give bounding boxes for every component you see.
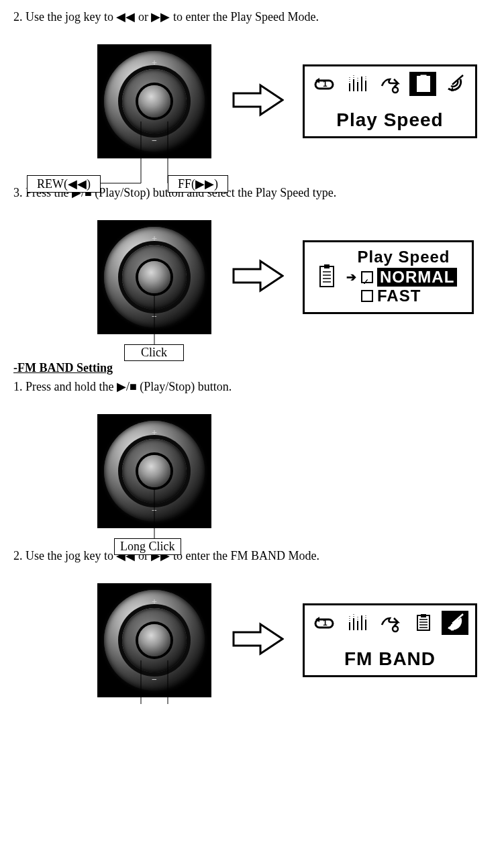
svg-rect-25 — [324, 264, 330, 268]
antenna-dish-icon — [442, 72, 468, 96]
svg-rect-16 — [421, 75, 426, 79]
figure-playspeed-click: +− ◀◀▶▶ Click Play Speed ➔ NORMAL — [97, 220, 491, 334]
option-normal-label: NORMAL — [377, 268, 457, 287]
equalizer-icon — [344, 611, 371, 635]
arrow-icon — [230, 80, 284, 123]
repeat-1-icon: 1 — [311, 72, 338, 96]
lcd-detail-title: Play Speed — [342, 248, 465, 266]
arrow-icon — [230, 256, 284, 299]
svg-text:1: 1 — [323, 79, 327, 89]
checkbox-empty-icon — [361, 290, 373, 302]
lcd-fmband-menu: 1 FM BAND — [303, 603, 477, 677]
svg-rect-24 — [320, 266, 334, 287]
svg-rect-47 — [421, 614, 426, 617]
step-2-playspeed: 2. Use the jog key to ◀◀ or ▶▶ to enter … — [13, 9, 491, 24]
option-fast: ➔ FAST — [346, 287, 465, 305]
clipboard-icon — [315, 262, 339, 293]
click-label: Click — [124, 344, 184, 361]
step-1-fmband: 1. Press and hold the ▶/■ (Play/Stop) bu… — [13, 379, 491, 394]
option-fast-label: FAST — [377, 287, 421, 305]
speed-icon — [376, 72, 403, 96]
clipboard-icon — [409, 611, 436, 635]
lcd-playspeed-menu: 1 Play Speed — [303, 64, 477, 138]
clipboard-icon — [409, 72, 436, 96]
arrow-icon — [230, 619, 284, 662]
jog-dial: +− ◀◀▶▶ — [97, 414, 211, 528]
figure-fmband-longclick: +− ◀◀▶▶ Long Click — [97, 414, 491, 528]
checkbox-checked-icon — [361, 271, 373, 283]
jog-dial: +− ◀◀▶▶ — [97, 44, 211, 158]
figure-fmband-jog: +− ◀◀▶▶ REW(◀◀) FF(▶▶) 1 — [34, 583, 491, 697]
fm-band-heading: -FM BAND Setting — [13, 361, 491, 375]
lcd-menu-title: FM BAND — [311, 648, 468, 670]
lcd-menu-title: Play Speed — [311, 109, 468, 131]
repeat-1-icon: 1 — [311, 611, 338, 635]
antenna-dish-icon — [442, 611, 468, 635]
svg-text:1: 1 — [323, 618, 327, 628]
equalizer-icon — [344, 72, 371, 96]
step-2-fmband: 2. Use the jog key to ◀◀ or ▶▶ to enter … — [13, 548, 491, 563]
figure-playspeed-jog: +− ◀◀▶▶ REW(◀◀) FF(▶▶) 1 — [34, 44, 491, 158]
lcd-playspeed-detail: Play Speed ➔ NORMAL ➔ FAST — [303, 240, 474, 314]
option-normal: ➔ NORMAL — [346, 268, 465, 287]
step-3-playspeed: 3. Press the ▶/■ (Play/Stop) button and … — [13, 185, 491, 200]
selected-arrow-icon: ➔ — [346, 270, 357, 285]
jog-dial: +− ◀◀▶▶ — [97, 583, 211, 697]
jog-dial: +− ◀◀▶▶ — [97, 220, 211, 334]
speed-icon — [376, 611, 403, 635]
